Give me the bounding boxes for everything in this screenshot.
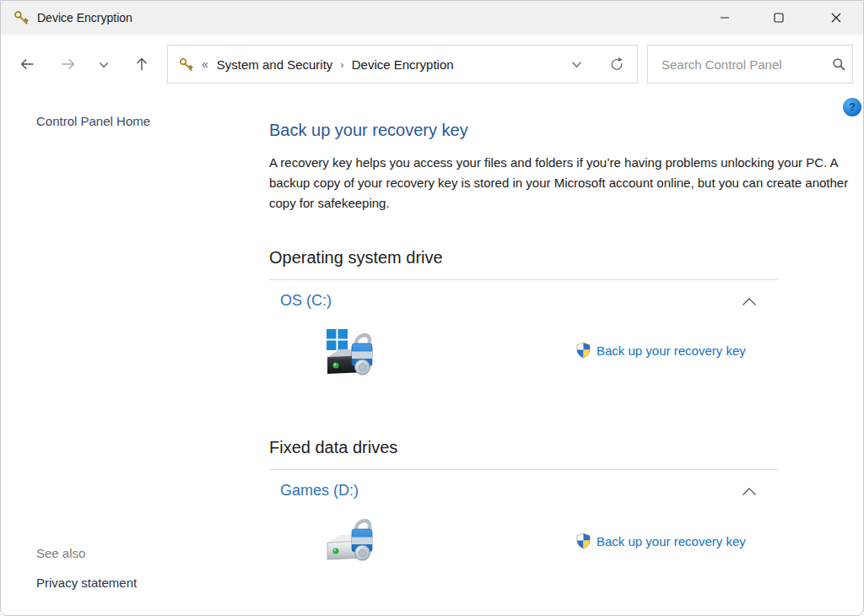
backup-recovery-key-link-games[interactable]: Back up your recovery key xyxy=(575,532,746,549)
uac-shield-icon xyxy=(575,532,591,549)
address-bar[interactable]: « System and Security › Device Encryptio… xyxy=(167,45,638,84)
data-drive-unlocked-icon xyxy=(318,519,381,571)
maximize-button[interactable] xyxy=(759,1,798,35)
back-button[interactable] xyxy=(16,53,38,75)
search-box[interactable] xyxy=(647,45,853,84)
up-button[interactable] xyxy=(131,53,153,75)
page-title: Back up your recovery key xyxy=(269,121,468,140)
section-divider xyxy=(269,279,778,280)
section-heading-fixed-drives: Fixed data drives xyxy=(269,438,397,457)
chevron-up-icon xyxy=(741,296,758,307)
recent-locations-button[interactable] xyxy=(96,57,111,73)
os-drive-unlocked-icon xyxy=(318,325,381,386)
drive-header-os-c[interactable]: OS (C:) xyxy=(280,292,332,310)
arrow-left-icon xyxy=(18,55,36,73)
window-title: Device Encryption xyxy=(37,11,132,24)
refresh-button[interactable] xyxy=(608,56,625,73)
refresh-icon xyxy=(608,56,625,73)
action-link-label: Back up your recovery key xyxy=(597,534,746,548)
sidebar-item-privacy-statement[interactable]: Privacy statement xyxy=(36,575,137,590)
windows-logo-icon xyxy=(327,329,348,350)
search-input[interactable] xyxy=(660,57,831,73)
backup-recovery-key-link-os[interactable]: Back up your recovery key xyxy=(575,342,746,359)
search-icon[interactable] xyxy=(831,57,846,72)
chevron-down-icon xyxy=(98,59,110,71)
sidebar-item-control-panel-home[interactable]: Control Panel Home xyxy=(36,114,150,128)
bitlocker-keys-icon xyxy=(13,9,30,26)
unlocked-padlock-icon xyxy=(352,521,372,560)
section-heading-os-drive: Operating system drive xyxy=(269,248,443,267)
unlocked-padlock-icon xyxy=(352,335,372,375)
help-button[interactable]: ? xyxy=(843,98,861,116)
breadcrumb-collapse-glyph[interactable]: « xyxy=(202,57,208,71)
section-divider xyxy=(269,469,778,470)
bitlocker-keys-icon xyxy=(178,57,194,73)
action-link-label: Back up your recovery key xyxy=(597,343,746,358)
close-button[interactable] xyxy=(817,1,856,35)
arrow-right-icon xyxy=(59,55,78,73)
breadcrumb-system-and-security[interactable]: System and Security xyxy=(217,57,333,72)
arrow-up-icon xyxy=(132,55,151,73)
uac-shield-icon xyxy=(575,342,591,359)
chevron-up-icon xyxy=(741,486,758,497)
minimize-button[interactable] xyxy=(705,1,744,35)
breadcrumb-separator: › xyxy=(340,58,343,71)
sidebar-see-also-label: See also xyxy=(36,546,85,560)
collapse-os-c-button[interactable] xyxy=(738,295,760,311)
forward-button[interactable] xyxy=(57,53,79,75)
breadcrumb-device-encryption[interactable]: Device Encryption xyxy=(352,57,454,72)
address-dropdown-button[interactable] xyxy=(570,58,583,71)
control-panel-window: Device Encryption xyxy=(0,0,864,616)
collapse-games-d-button[interactable] xyxy=(738,485,760,500)
page-description: A recovery key helps you access your fil… xyxy=(269,153,860,213)
chevron-down-icon xyxy=(570,58,583,71)
drive-header-games-d[interactable]: Games (D:) xyxy=(280,482,359,500)
